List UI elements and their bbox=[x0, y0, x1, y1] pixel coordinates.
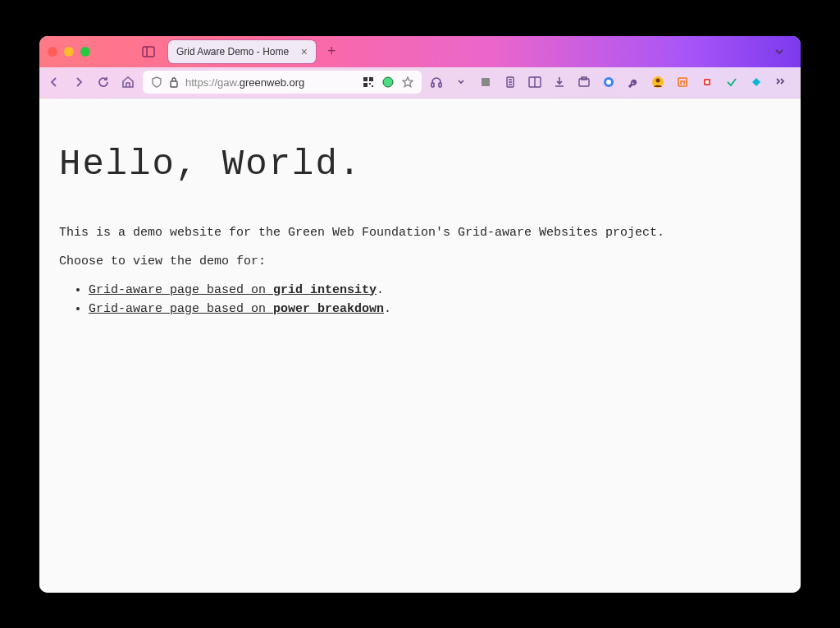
download-icon[interactable] bbox=[553, 76, 566, 89]
window-controls bbox=[48, 47, 90, 57]
svg-rect-7 bbox=[372, 85, 373, 87]
page-intro: This is a demo website for the Green Web… bbox=[59, 226, 781, 240]
url-text: https://gaw.greenweb.org bbox=[185, 76, 304, 89]
list-item: Grid-aware page based on grid intensity. bbox=[89, 283, 781, 297]
svg-rect-11 bbox=[439, 83, 441, 87]
panel-dark-icon[interactable] bbox=[479, 76, 492, 89]
sidebar-toggle-icon[interactable] bbox=[142, 46, 155, 57]
nav-controls bbox=[48, 76, 135, 89]
power-breakdown-link[interactable]: Grid-aware page based on power breakdown bbox=[89, 302, 384, 316]
svg-rect-4 bbox=[369, 77, 373, 81]
svg-point-24 bbox=[606, 80, 611, 85]
svg-rect-12 bbox=[482, 78, 490, 86]
list-item: Grid-aware page based on power breakdown… bbox=[89, 302, 781, 316]
tab-close-button[interactable]: × bbox=[301, 45, 308, 58]
extension-icon-4[interactable] bbox=[725, 76, 738, 89]
back-button[interactable] bbox=[48, 76, 61, 89]
lock-icon[interactable] bbox=[169, 76, 179, 88]
globe-icon[interactable] bbox=[382, 76, 394, 88]
bookmark-star-icon[interactable] bbox=[402, 76, 413, 88]
reload-button[interactable] bbox=[97, 76, 110, 89]
extension-icon-2[interactable] bbox=[676, 76, 689, 89]
svg-rect-3 bbox=[363, 77, 368, 81]
avatar-icon[interactable] bbox=[651, 76, 664, 89]
demo-links-list: Grid-aware page based on grid intensity.… bbox=[59, 283, 781, 316]
svg-marker-30 bbox=[752, 78, 760, 86]
svg-marker-9 bbox=[403, 77, 413, 87]
qr-icon[interactable] bbox=[363, 76, 374, 88]
svg-rect-0 bbox=[143, 47, 154, 57]
svg-rect-2 bbox=[171, 81, 177, 87]
page-content: Hello, World. This is a demo website for… bbox=[39, 99, 801, 593]
page-heading: Hello, World. bbox=[59, 144, 781, 185]
svg-rect-27 bbox=[678, 78, 687, 86]
browser-window: Grid Aware Demo - Home × + bbox=[39, 36, 801, 593]
svg-rect-29 bbox=[705, 80, 709, 84]
svg-rect-10 bbox=[431, 83, 434, 87]
headphones-icon[interactable] bbox=[430, 76, 443, 89]
screenshot-icon[interactable] bbox=[578, 76, 591, 89]
chevron-down-icon[interactable] bbox=[454, 76, 468, 89]
svg-point-8 bbox=[383, 77, 393, 87]
tab-bar: Grid Aware Demo - Home × + bbox=[39, 36, 801, 67]
window-minimize-button[interactable] bbox=[64, 47, 74, 57]
window-maximize-button[interactable] bbox=[80, 47, 90, 57]
url-bar[interactable]: https://gaw.greenweb.org bbox=[143, 71, 422, 94]
svg-rect-5 bbox=[363, 83, 368, 87]
svg-point-26 bbox=[656, 79, 660, 83]
extension-icon-3[interactable] bbox=[701, 76, 714, 89]
document-icon[interactable] bbox=[504, 76, 517, 89]
tab-title: Grid Aware Demo - Home bbox=[176, 46, 294, 57]
forward-button[interactable] bbox=[72, 76, 85, 89]
reader-icon[interactable] bbox=[528, 76, 541, 89]
shield-icon[interactable] bbox=[151, 76, 162, 88]
tab-list-chevron-icon[interactable] bbox=[774, 48, 784, 55]
window-close-button[interactable] bbox=[48, 47, 57, 57]
extension-icon-1[interactable] bbox=[602, 76, 615, 89]
toolbar-extensions bbox=[430, 76, 801, 89]
toolbar: https://gaw.greenweb.org bbox=[39, 67, 801, 99]
extension-icon-5[interactable] bbox=[750, 76, 763, 89]
grid-intensity-link[interactable]: Grid-aware page based on grid intensity bbox=[89, 283, 377, 297]
wrench-icon[interactable] bbox=[627, 76, 640, 89]
page-prompt: Choose to view the demo for: bbox=[59, 254, 781, 268]
overflow-icon[interactable] bbox=[774, 76, 788, 89]
browser-tab[interactable]: Grid Aware Demo - Home × bbox=[168, 40, 316, 63]
svg-rect-6 bbox=[369, 83, 371, 85]
new-tab-button[interactable]: + bbox=[327, 43, 336, 60]
menu-icon[interactable] bbox=[799, 76, 801, 89]
home-button[interactable] bbox=[121, 76, 135, 89]
